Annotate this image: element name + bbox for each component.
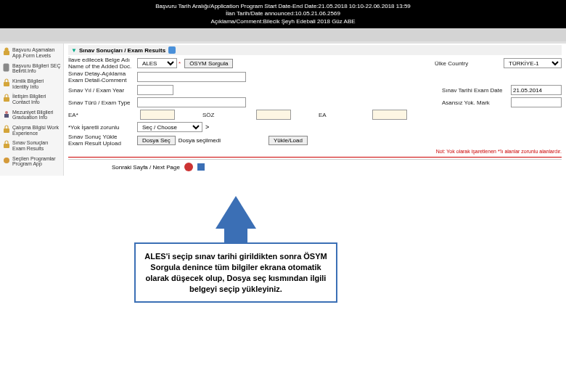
ea2-label: EA <box>319 112 369 118</box>
collapse-icon[interactable]: ▼ <box>71 47 77 54</box>
callout-box: ALES'i seçip sınav tarihi girildikten so… <box>134 242 337 303</box>
ea2-score <box>372 110 407 120</box>
required-note: Not: Yok olarak işaretlenen *'lı alanlar… <box>68 147 562 155</box>
year-input[interactable] <box>137 85 173 95</box>
content-area: ▼ Sınav Sonuçları / Exam Results İlave e… <box>64 44 566 176</box>
sidebar-label: Başvuru Bilgileri SEÇ Belirtil.Info <box>12 63 61 74</box>
detail-input[interactable] <box>137 72 246 82</box>
header-bar: Başvuru Tarih Aralığı/Application Progra… <box>0 0 566 28</box>
sidebar-item-graduation[interactable]: Mezuniyet Bilgileri Graduation Info <box>0 107 63 123</box>
sidebar-label: Çalışma Bilgisi Work Experience <box>12 125 61 136</box>
lock-icon <box>2 78 11 87</box>
section-title: Sınav Sonuçları / Exam Results <box>79 47 165 54</box>
callout: ALES'i seçip sınav tarihi girildikten so… <box>134 196 337 303</box>
section-header: ▼ Sınav Sonuçları / Exam Results <box>68 45 562 55</box>
lock-icon <box>2 140 11 149</box>
lock-icon <box>2 94 11 102</box>
next-page-row: Sonraki Sayfa / Next Page <box>68 159 562 174</box>
svg-rect-1 <box>4 64 9 71</box>
sidebar-item-programs[interactable]: Seçilen Programlar Program App <box>0 154 63 169</box>
svg-rect-2 <box>4 82 9 86</box>
osym-query-button[interactable]: ÖSYM Sorgula <box>184 59 233 68</box>
next-square-icon[interactable] <box>197 163 205 171</box>
country-label: Ülke Country <box>435 60 504 67</box>
svg-rect-0 <box>4 51 9 55</box>
refresh-icon[interactable] <box>168 46 176 54</box>
type-input[interactable] <box>137 97 246 107</box>
type-label: Sınav Türü / Exam Type <box>68 99 137 106</box>
doc-icon <box>2 63 11 72</box>
svg-rect-5 <box>4 114 9 118</box>
score-input[interactable] <box>511 97 562 107</box>
upload-label: Sınav Sonuç Yükle Exam Result Upload <box>68 134 137 147</box>
callout-arrow-stem <box>224 228 247 242</box>
svg-point-8 <box>4 158 9 163</box>
yok-label: *Yok İşaretli zorunlu <box>68 124 137 131</box>
arrow-icon: > <box>205 123 209 131</box>
sidebar-label: Mezuniyet Bilgileri Graduation Info <box>12 110 61 121</box>
ea-score <box>140 110 175 120</box>
sidebar: Başvuru Aşamaları App.Form Levels Başvur… <box>0 44 64 176</box>
soz-score <box>256 110 291 120</box>
country-select[interactable]: TÜRKİYE-1 <box>504 58 562 68</box>
exam-select[interactable]: ALES <box>137 58 177 68</box>
header-line1: Başvuru Tarih Aralığı/Application Progra… <box>0 3 566 10</box>
sidebar-item-work[interactable]: Çalışma Bilgisi Work Experience <box>0 123 63 138</box>
choose-select[interactable]: Seç / Choose <box>137 122 202 132</box>
detail-label: Sınav Detay-Açıklama Exam Detail-Comment <box>68 70 137 83</box>
gray-band <box>0 28 566 41</box>
year-label: Sınav Yıl / Exam Year <box>68 87 137 94</box>
doc-label: İlave edilecek Belge Adı Name of the Add… <box>68 57 137 70</box>
svg-point-4 <box>5 111 8 114</box>
lock-icon <box>2 125 11 134</box>
header-line3: Açıklama/Comment:Bilecik Şeyh Edebali 20… <box>0 18 566 25</box>
sidebar-label: Başvuru Aşamaları App.Form Levels <box>12 47 61 58</box>
header-line2: İlan Tarih/Date announced:10.05.21.06.25… <box>0 10 566 17</box>
soz-label: SÖZ <box>202 112 253 118</box>
sidebar-label: İletişim Bilgileri Contact Info <box>12 94 61 105</box>
next-icon[interactable] <box>184 163 193 171</box>
sidebar-item-app-info[interactable]: Başvuru Bilgileri SEÇ Belirtil.Info <box>0 61 63 76</box>
sidebar-label: Sınav Sonuçları Exam Results <box>12 140 61 151</box>
file-status: Dosya seçilmedi <box>179 137 221 144</box>
callout-arrow-icon <box>216 196 256 229</box>
sidebar-label: Seçilen Programlar Program App <box>12 156 61 167</box>
examdate-input[interactable] <box>511 85 562 95</box>
svg-rect-3 <box>4 97 9 102</box>
lock-icon <box>2 47 11 56</box>
upload-button[interactable]: Yükle/Load <box>268 136 308 145</box>
score-label: Asansız Yok. Mark <box>442 99 511 106</box>
required-mark: * <box>179 60 181 67</box>
sidebar-item-app-levels[interactable]: Başvuru Aşamaları App.Form Levels <box>0 45 63 60</box>
gear-icon <box>2 156 11 165</box>
red-divider <box>68 157 562 158</box>
examdate-label: Sınav Tarihi Exam Date <box>442 87 511 94</box>
sidebar-item-identity[interactable]: Kimlik Bilgileri Identity Info <box>0 76 63 91</box>
next-label: Sonraki Sayfa / Next Page <box>112 164 180 171</box>
sidebar-label: Kimlik Bilgileri Identity Info <box>12 78 61 89</box>
svg-rect-7 <box>4 144 9 148</box>
ea-label: EA* <box>68 112 137 118</box>
sidebar-item-exam-results[interactable]: Sınav Sonuçları Exam Results <box>0 138 63 153</box>
svg-rect-6 <box>4 128 9 133</box>
sidebar-item-contact[interactable]: İletişim Bilgileri Contact Info <box>0 91 63 107</box>
file-choose-button[interactable]: Dosya Seç <box>137 136 176 145</box>
grad-icon <box>2 110 11 118</box>
